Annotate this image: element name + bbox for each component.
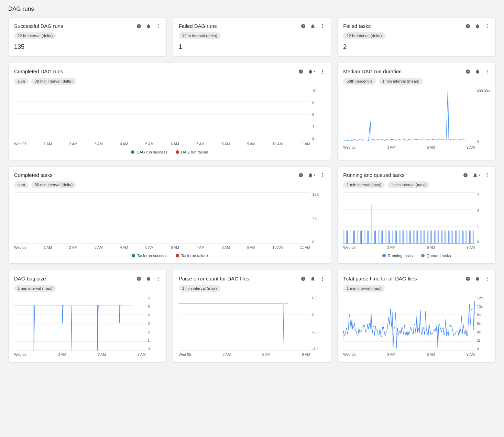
bell-icon[interactable]: ▾ (472, 172, 480, 178)
axis-tick: 12s (477, 296, 483, 300)
chip: 1 min interval (mean) (379, 78, 423, 85)
axis-tick: Wed 05 (14, 142, 26, 146)
help-icon[interactable]: ? (298, 172, 304, 178)
more-icon[interactable] (320, 23, 325, 29)
more-icon[interactable] (155, 276, 161, 281)
bar-group (153, 89, 158, 140)
card-total-parse-time: Total parse time for all DAG files ? 1 m… (337, 270, 496, 362)
svg-point-13 (487, 25, 488, 26)
axis-tick: 7 AM (196, 142, 205, 146)
chip: 50th percentile (343, 78, 376, 85)
help-icon[interactable]: ? (298, 69, 304, 74)
card-successful-dag-runs: Successful DAG runs ? 12 hr interval (de… (8, 17, 167, 56)
more-icon[interactable] (484, 69, 490, 74)
svg-point-7 (322, 24, 323, 25)
svg-point-4 (157, 27, 158, 28)
axis-tick: 3 AM (58, 352, 66, 356)
axis-tick: Wed 05 (343, 352, 355, 356)
bar-group (77, 192, 83, 244)
card-title: Median DAG run duration (343, 68, 402, 74)
axis-tick: 10 AM (273, 142, 283, 146)
bell-icon[interactable] (146, 276, 151, 281)
card-completed-tasks: Completed tasks ? ▾ sum30 min interval (… (8, 166, 331, 264)
bar-group (40, 89, 45, 140)
more-icon[interactable] (155, 23, 161, 29)
help-icon[interactable]: ? (300, 276, 306, 281)
bell-icon[interactable]: ▾ (308, 172, 316, 178)
help-icon[interactable]: ? (465, 276, 471, 281)
axis-tick: 8 (312, 101, 314, 105)
bell-icon[interactable] (475, 69, 480, 74)
axis-tick: 9 AM (247, 245, 255, 249)
line-chart (14, 296, 146, 351)
svg-text:?: ? (467, 70, 469, 73)
axis-tick: 5 AM (145, 142, 154, 146)
help-icon[interactable]: ? (136, 276, 142, 281)
bell-icon[interactable] (475, 276, 480, 281)
svg-point-18 (322, 71, 323, 72)
bell-icon[interactable] (146, 23, 151, 29)
bar-group (102, 192, 108, 244)
chip: 1 min interval (max) (343, 285, 385, 292)
bell-icon[interactable] (475, 23, 480, 29)
svg-point-29 (322, 176, 323, 177)
more-icon[interactable] (484, 172, 490, 178)
bar-group (204, 89, 209, 140)
axis-tick: 4s (477, 330, 481, 334)
axis-tick: 9 AM (467, 145, 475, 149)
bar-group (128, 192, 133, 244)
bar-group (292, 192, 297, 244)
more-icon[interactable] (320, 276, 325, 281)
axis-tick: Wed 05 (343, 245, 355, 249)
card-title: Failed tasks (343, 23, 371, 29)
axis-tick: 0 (477, 140, 479, 144)
chip: 1 min interval (max) (343, 181, 385, 188)
line-chart (179, 296, 310, 351)
card-completed-dag-runs: Completed DAG runs ? ▾ sum30 min interva… (8, 63, 331, 160)
help-icon[interactable]: ? (465, 69, 471, 74)
axis-tick: 4 (312, 125, 314, 129)
help-icon[interactable]: ? (465, 23, 471, 29)
card-failed-tasks: Failed tasks ? 12 hr interval (delta) 2 (337, 17, 496, 56)
axis-tick: 6 AM (171, 142, 179, 146)
bar-group (280, 192, 285, 244)
svg-point-27 (322, 173, 323, 174)
axis-tick: 6 AM (262, 352, 271, 356)
axis-tick: 8 AM (222, 245, 230, 249)
bar-group (90, 89, 95, 140)
bar-group (217, 192, 222, 244)
svg-point-12 (487, 24, 488, 25)
interval-chip: 12 hr interval (delta) (14, 32, 56, 39)
axis-tick: 3 AM (387, 245, 395, 249)
bar-group (141, 89, 146, 140)
bar-group (267, 192, 272, 244)
axis-tick: 7 AM (196, 245, 205, 249)
legend-item: Running tasks (382, 254, 413, 258)
bell-icon[interactable] (310, 276, 316, 281)
chip: sum (14, 78, 29, 85)
help-icon[interactable]: ? (136, 23, 142, 29)
svg-point-48 (487, 278, 488, 279)
bar-group (153, 192, 158, 244)
bar-group (280, 89, 285, 140)
axis-tick: 3 AM (95, 245, 103, 249)
card-title: Running and queued tasks (343, 172, 404, 178)
help-icon[interactable]: ? (463, 172, 468, 178)
legend-item: Queued tasks (421, 254, 451, 258)
bell-icon[interactable] (310, 23, 316, 29)
svg-point-24 (487, 73, 488, 74)
chevron-down-icon: ▾ (314, 70, 316, 73)
svg-text:?: ? (467, 277, 469, 280)
more-icon[interactable] (320, 69, 325, 74)
help-icon[interactable]: ? (300, 23, 306, 29)
svg-text:?: ? (300, 173, 302, 177)
bar-group (65, 89, 70, 140)
svg-point-47 (487, 277, 488, 278)
more-icon[interactable] (484, 276, 490, 281)
axis-tick: Wed 05 (14, 352, 26, 356)
axis-tick: 6 AM (171, 245, 179, 249)
more-icon[interactable] (484, 23, 490, 29)
bell-icon[interactable]: ▾ (308, 69, 316, 74)
axis-tick: 6 AM (427, 245, 435, 249)
more-icon[interactable] (320, 172, 325, 178)
